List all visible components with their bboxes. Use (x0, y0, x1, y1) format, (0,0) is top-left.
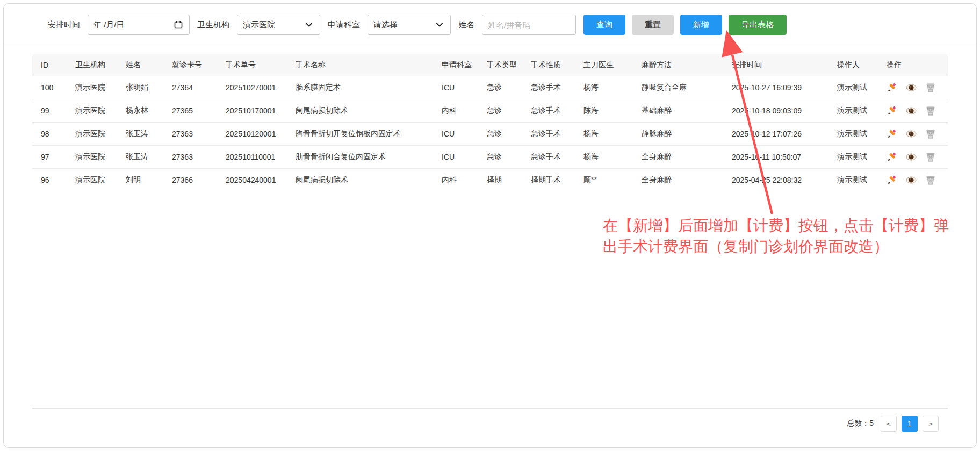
edit-pencil-icon[interactable] (887, 105, 897, 116)
col-card: 就诊卡号 (163, 54, 217, 76)
col-dept: 申请科室 (433, 54, 478, 76)
pagination: 总数：5 < 1 > (847, 416, 939, 432)
cell-dept: 内科 (433, 99, 478, 122)
total-value: 5 (869, 419, 874, 427)
edit-pencil-icon[interactable] (887, 128, 897, 139)
page-1-button[interactable]: 1 (902, 416, 918, 432)
cell-card: 27366 (163, 168, 217, 191)
delete-trash-icon[interactable] (925, 105, 936, 116)
calendar-icon[interactable] (173, 19, 184, 30)
cell-org: 演示医院 (67, 168, 117, 191)
cell-anesthesia: 全身麻醉 (633, 168, 723, 191)
edit-pencil-icon[interactable] (887, 175, 897, 185)
cell-type: 急诊 (478, 76, 522, 99)
delete-trash-icon[interactable] (925, 82, 936, 93)
cell-operator: 演示测试 (828, 122, 878, 145)
cell-nature: 急诊手术 (522, 145, 575, 168)
view-eye-icon[interactable] (906, 175, 917, 185)
cell-time: 2025-10-12 17:07:26 (723, 122, 828, 145)
cell-order: 202510110001 (217, 145, 287, 168)
date-placeholder: 年 /月/日 (93, 20, 125, 30)
app-frame: 安排时间 年 /月/日 卫生机构 演示医院 申请科室 请选择 姓名 查询 重置 (3, 3, 977, 448)
total-label: 总数：5 (847, 419, 874, 428)
org-select-value: 演示医院 (243, 20, 275, 30)
surgery-table-card: ID 卫生机构 姓名 就诊卡号 手术单号 手术名称 申请科室 手术类型 手术性质… (32, 54, 948, 409)
view-eye-icon[interactable] (906, 105, 917, 116)
view-eye-icon[interactable] (906, 82, 917, 93)
prev-page-button[interactable]: < (881, 416, 897, 432)
cell-operator: 演示测试 (828, 145, 878, 168)
edit-pencil-icon[interactable] (887, 82, 897, 93)
cell-time: 2025-10-18 09:03:09 (723, 99, 828, 122)
cell-nature: 择期手术 (522, 168, 575, 191)
col-actions: 操作 (878, 54, 948, 76)
cell-type: 急诊 (478, 99, 522, 122)
cell-surgery: 肋骨骨折闭合复位内固定术 (287, 145, 433, 168)
delete-trash-icon[interactable] (925, 128, 936, 139)
edit-pencil-icon[interactable] (887, 152, 897, 162)
name-input[interactable] (488, 20, 570, 30)
col-operator: 操作人 (828, 54, 878, 76)
reset-button[interactable]: 重置 (632, 15, 674, 35)
table-row: 97 演示医院 张玉涛 27363 202510110001 肋骨骨折闭合复位内… (32, 145, 948, 168)
cell-doctor: 杨海 (575, 145, 633, 168)
cell-id: 100 (32, 76, 67, 99)
table-row: 99 演示医院 杨永林 27365 202510170001 阑尾病损切除术 内… (32, 99, 948, 122)
cell-id: 96 (32, 168, 67, 191)
cell-org: 演示医院 (67, 122, 117, 145)
cell-anesthesia: 静脉麻醉 (633, 122, 723, 145)
cell-dept: ICU (433, 122, 478, 145)
cell-type: 急诊 (478, 145, 522, 168)
cell-actions (878, 76, 948, 99)
cell-type: 择期 (478, 168, 522, 191)
cell-order: 202510170001 (217, 99, 287, 122)
cell-dept: ICU (433, 145, 478, 168)
chevron-down-icon (434, 19, 445, 30)
dept-select[interactable]: 请选择 (367, 15, 451, 35)
query-button[interactable]: 查询 (583, 15, 625, 35)
cell-doctor: 顾** (575, 168, 633, 191)
dept-select-value: 请选择 (373, 20, 398, 30)
view-eye-icon[interactable] (906, 128, 917, 139)
org-select[interactable]: 演示医院 (237, 15, 320, 35)
cell-id: 97 (32, 145, 67, 168)
col-anesthesia: 麻醉方法 (633, 54, 723, 76)
cell-doctor: 陈海 (575, 99, 633, 122)
col-org: 卫生机构 (67, 54, 117, 76)
name-input-wrap (482, 15, 576, 35)
cell-operator: 演示测试 (828, 76, 878, 99)
cell-surgery: 胸骨骨折切开复位钢板内固定术 (287, 122, 433, 145)
cell-doctor: 杨海 (575, 76, 633, 99)
cell-surgery: 阑尾病损切除术 (287, 99, 433, 122)
cell-operator: 演示测试 (828, 99, 878, 122)
cell-surgery: 阑尾病损切除术 (287, 168, 433, 191)
delete-trash-icon[interactable] (925, 175, 936, 185)
view-eye-icon[interactable] (906, 152, 917, 162)
filter-bar: 安排时间 年 /月/日 卫生机构 演示医院 申请科室 请选择 姓名 查询 重置 (4, 4, 976, 47)
cell-surgery: 肠系膜固定术 (287, 76, 433, 99)
col-name: 姓名 (117, 54, 163, 76)
col-nature: 手术性质 (522, 54, 575, 76)
add-button[interactable]: 新增 (680, 15, 722, 35)
cell-id: 98 (32, 122, 67, 145)
cell-actions (878, 168, 948, 191)
cell-actions (878, 99, 948, 122)
col-surgery: 手术名称 (287, 54, 433, 76)
table-header: ID 卫生机构 姓名 就诊卡号 手术单号 手术名称 申请科室 手术类型 手术性质… (32, 54, 948, 76)
cell-anesthesia: 基础麻醉 (633, 99, 723, 122)
cell-doctor: 杨海 (575, 122, 633, 145)
delete-trash-icon[interactable] (925, 152, 936, 162)
cell-anesthesia: 全身麻醉 (633, 145, 723, 168)
cell-time: 2025-04-25 22:08:32 (723, 168, 828, 191)
surgery-table: ID 卫生机构 姓名 就诊卡号 手术单号 手术名称 申请科室 手术类型 手术性质… (32, 54, 948, 191)
cell-dept: 内科 (433, 168, 478, 191)
cell-order: 202510120001 (217, 122, 287, 145)
cell-nature: 急诊手术 (522, 122, 575, 145)
cell-name: 杨永林 (117, 99, 163, 122)
export-button[interactable]: 导出表格 (729, 15, 787, 35)
dept-label: 申请科室 (328, 20, 360, 30)
cell-name: 张明娟 (117, 76, 163, 99)
schedule-date-input[interactable]: 年 /月/日 (88, 15, 190, 35)
next-page-button[interactable]: > (923, 416, 939, 432)
cell-card: 27363 (163, 122, 217, 145)
